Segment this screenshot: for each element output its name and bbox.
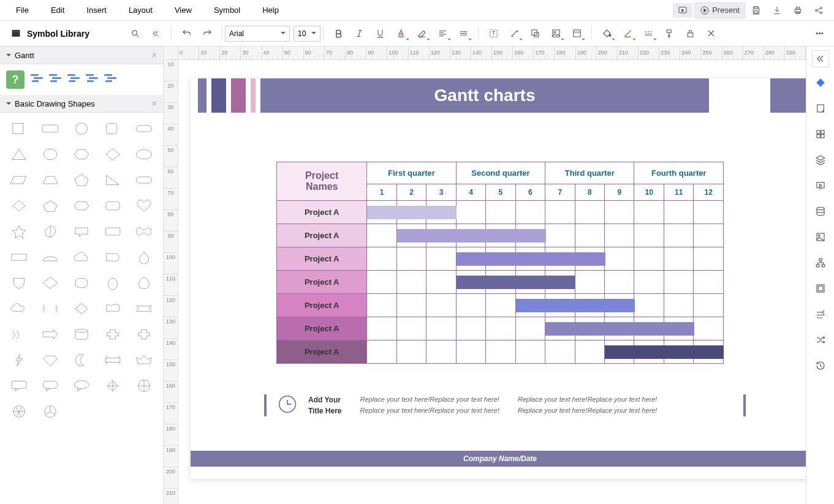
shape-round3[interactable] [66,271,96,295]
font-color-button[interactable] [391,24,411,43]
save-icon[interactable] [746,2,767,19]
shape-flag[interactable] [98,296,128,321]
shape-trapezoid[interactable] [35,168,65,192]
database-tool-icon[interactable] [810,201,831,222]
menu-view[interactable]: View [164,2,203,18]
shape-callout[interactable] [66,219,96,244]
collapse-sidebar-icon[interactable] [148,26,162,41]
shape-shield[interactable] [4,271,34,295]
connector-button[interactable] [504,24,524,43]
shape-stadium[interactable] [129,168,159,192]
shape-moon[interactable] [66,348,96,372]
shape-triangle[interactable] [4,142,34,167]
gantt-shape-1[interactable] [29,74,43,85]
undo-button[interactable] [176,24,196,43]
font-select[interactable]: Arial [225,26,290,42]
print-icon[interactable] [787,2,808,19]
highlight-button[interactable] [412,24,431,43]
image-tool-icon[interactable] [810,227,831,247]
shape-aperture[interactable] [4,399,34,424]
panel-header-gantt[interactable]: Gantt × [0,47,163,64]
shuffle-tool-icon[interactable] [810,329,831,350]
shape-card[interactable] [98,219,128,244]
table-row[interactable]: Project A [277,247,724,271]
format-painter-button[interactable] [659,24,679,43]
shape-cross[interactable] [129,322,159,347]
menu-layout[interactable]: Layout [118,2,164,18]
shape-speech-rect[interactable] [4,374,34,398]
shape-pie[interactable] [35,399,65,424]
redo-button[interactable] [197,24,217,43]
share-icon[interactable] [808,2,829,19]
italic-button[interactable] [349,24,369,43]
play-slideshow-button[interactable] [673,3,692,18]
shape-banner[interactable] [129,296,159,321]
shape-cloud2[interactable] [4,296,34,321]
shape-lightning[interactable] [4,348,34,372]
panel-header-shapes[interactable]: Basic Drawing Shapes × [0,95,163,113]
shape-bracket[interactable] [35,296,65,321]
shape-round-square[interactable] [98,116,128,141]
shape-diamond2[interactable] [4,194,34,218]
shape-plus[interactable] [98,322,128,347]
shape-star[interactable] [4,219,34,244]
text-tool-button[interactable]: T [483,24,503,43]
footer-block[interactable]: Add Your Title Here Replace your text he… [264,394,736,416]
shape-quarter[interactable] [98,245,128,269]
history-tool-icon[interactable] [810,355,831,376]
line-style-button[interactable] [639,24,658,43]
shape-pentagon[interactable] [66,168,96,192]
shape-ellipse[interactable] [129,142,159,167]
shape-gem[interactable] [35,348,65,372]
close-panel-gantt[interactable]: × [152,50,157,60]
lock-button[interactable] [680,24,700,43]
export-tool-icon[interactable] [810,304,831,325]
menu-file[interactable]: File [5,2,40,18]
shape-crown[interactable] [129,348,159,372]
gantt-shape-2[interactable] [48,74,61,85]
table-row[interactable]: Project A [277,294,724,317]
shape-pentagon2[interactable] [35,194,65,218]
shape-ribbon[interactable] [98,348,128,372]
shape-diamond[interactable] [98,142,128,167]
shape-hexagon2[interactable] [66,194,96,218]
shape-speech-round[interactable] [35,374,65,398]
align-left-button[interactable] [433,24,452,43]
shape-wave2[interactable] [4,322,34,347]
fill-button[interactable] [597,24,616,43]
fill-tool-icon[interactable] [810,72,831,93]
close-panel-shapes[interactable]: × [152,99,157,108]
shape-rect3[interactable] [4,245,34,269]
table-row[interactable]: Project A [277,201,724,224]
shape-round-rect2[interactable] [98,194,128,218]
grid-tool-icon[interactable] [810,124,831,145]
line-color-button[interactable] [618,24,637,43]
shape-half-circle[interactable] [35,245,65,269]
table-row[interactable]: Project A [277,317,724,340]
image-button[interactable] [546,24,566,43]
layers-tool-icon[interactable] [810,149,831,170]
present-button[interactable]: Present [694,2,746,19]
shape-egg2[interactable] [129,271,159,295]
gantt-shape-5[interactable] [103,74,116,85]
company-bar[interactable]: Company Name/Date [191,451,806,467]
shape-quad[interactable] [129,374,159,398]
shape-teardrop[interactable] [35,219,65,244]
bold-button[interactable] [328,24,348,43]
shape-heart[interactable] [129,194,159,218]
shape-circle[interactable] [66,116,96,141]
help-icon[interactable]: ? [6,70,25,89]
slide-tool-icon[interactable] [810,175,831,196]
shape-octagon[interactable] [35,142,65,167]
shape-parallelogram[interactable] [4,168,34,192]
gantt-shape-4[interactable] [85,74,98,85]
table-row[interactable]: Project A [277,271,724,294]
more-button[interactable] [809,24,829,43]
table-row[interactable]: Project A [277,340,724,364]
menu-symbol[interactable]: Symbol [203,2,251,18]
menu-insert[interactable]: Insert [75,2,118,18]
gantt-chart[interactable]: ProjectNames First quarter Second quarte… [276,162,724,364]
font-size-select[interactable]: 10 [294,26,320,42]
tree-tool-icon[interactable] [810,252,831,273]
menu-help[interactable]: Help [251,2,290,18]
